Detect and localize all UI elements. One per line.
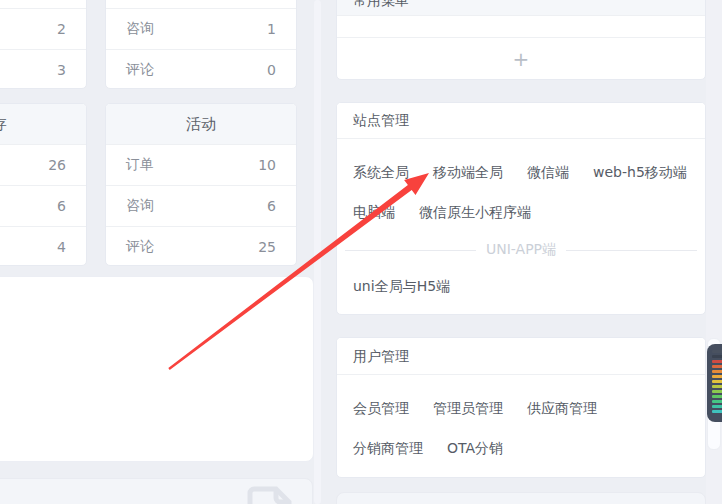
color-stripe [712, 380, 722, 383]
table-row: 咨询 1 [106, 8, 296, 49]
table-row: 评论 0 [106, 49, 296, 89]
color-stripe [712, 375, 722, 378]
link-system-global[interactable]: 系统全局 [353, 164, 409, 182]
table-row [106, 0, 296, 8]
dashboard-page: { "colors": { "page_bg": "#edeff4", "acc… [0, 0, 722, 504]
divider-line [566, 250, 697, 251]
bottom-left-panel [0, 478, 313, 504]
panel-title: 用户管理 [353, 348, 409, 364]
user-management-panel: 用户管理 会员管理 管理员管理 供应商管理 分销商管理 OTA分销 [336, 337, 706, 478]
stat-table-left-bottom: 存 26 6 4 [0, 103, 87, 266]
stat-label: 评论 [126, 238, 154, 256]
link-web-h5-mobile[interactable]: web-h5移动端 [593, 164, 687, 182]
document-icon [247, 482, 295, 504]
add-menu-button[interactable]: + [337, 37, 705, 79]
link-distributor-management[interactable]: 分销商管理 [353, 440, 423, 458]
panel-title: 常用菜单 [353, 0, 409, 8]
color-stripe [712, 410, 722, 413]
stat-value: 10 [258, 157, 276, 173]
stat-table-header: 活动 [106, 104, 296, 145]
next-panel-sliver [336, 492, 706, 504]
color-stripe [712, 360, 722, 363]
stat-value: 25 [258, 239, 276, 255]
left-scrollbar-track[interactable] [314, 0, 321, 504]
site-links-row-3: uni全局与H5端 [353, 267, 689, 307]
table-row: 咨询 6 [106, 185, 296, 226]
link-wechat[interactable]: 微信端 [527, 164, 569, 182]
color-stripe [712, 390, 722, 393]
stat-table-left-top: 2 3 [0, 0, 87, 89]
stat-table-header: 存 [0, 104, 86, 145]
panel-header: 用户管理 [337, 338, 705, 375]
stat-label: 咨询 [126, 197, 154, 215]
site-management-panel: 站点管理 系统全局 移动端全局 微信端 web-h5移动端 电脑端 微信原生小程… [336, 102, 706, 315]
link-ota-distribution[interactable]: OTA分销 [447, 440, 503, 458]
uniapp-divider: UNI-APP端 [345, 233, 697, 267]
color-stripe [712, 365, 722, 368]
empty-content-panel [0, 276, 314, 462]
link-member-management[interactable]: 会员管理 [353, 400, 409, 418]
table-row: 订单 10 [106, 145, 296, 185]
stat-value: 1 [267, 21, 276, 37]
table-row: 26 [0, 145, 86, 185]
stat-value: 0 [267, 62, 276, 78]
stat-table-header-text: 活动 [186, 115, 216, 134]
user-links-row-1: 会员管理 管理员管理 供应商管理 [353, 389, 689, 429]
stat-value: 4 [57, 239, 66, 255]
link-admin-management[interactable]: 管理员管理 [433, 400, 503, 418]
table-row: 评论 25 [106, 226, 296, 266]
link-wechat-miniprogram[interactable]: 微信原生小程序端 [419, 204, 531, 222]
panel-title: 站点管理 [353, 112, 409, 128]
user-links: 会员管理 管理员管理 供应商管理 分销商管理 OTA分销 [337, 375, 705, 469]
link-mobile-global[interactable]: 移动端全局 [433, 164, 503, 182]
stat-value: 2 [57, 21, 66, 37]
link-pc[interactable]: 电脑端 [353, 204, 395, 222]
stat-value: 3 [57, 62, 66, 78]
stat-value: 26 [48, 157, 66, 173]
table-row: 4 [0, 226, 86, 266]
stat-label: 评论 [126, 61, 154, 79]
panel-header: 站点管理 [337, 103, 705, 139]
stat-value: 6 [57, 198, 66, 214]
link-uni-global-h5[interactable]: uni全局与H5端 [353, 278, 450, 296]
table-row: 3 [0, 49, 86, 89]
table-row: 6 [0, 185, 86, 226]
table-row: 2 [0, 8, 86, 49]
panel-header: 常用菜单 [337, 0, 705, 16]
color-stripe [712, 400, 722, 403]
site-links-row-2: 电脑端 微信原生小程序端 [353, 193, 689, 233]
link-supplier-management[interactable]: 供应商管理 [527, 400, 597, 418]
stat-label: 咨询 [126, 20, 154, 38]
color-stripe [712, 370, 722, 373]
stat-table-header-text: 存 [0, 115, 7, 134]
divider-line [345, 250, 476, 251]
quick-menu-panel: 常用菜单 + [336, 0, 706, 80]
user-links-row-2: 分销商管理 OTA分销 [353, 429, 689, 469]
color-stripe [712, 385, 722, 388]
plus-icon: + [513, 47, 530, 71]
site-links-row-1: 系统全局 移动端全局 微信端 web-h5移动端 [353, 153, 689, 193]
color-palette-widget[interactable] [707, 344, 722, 422]
site-links: 系统全局 移动端全局 微信端 web-h5移动端 电脑端 微信原生小程序端 UN… [337, 139, 705, 307]
color-stripe [712, 355, 722, 358]
stat-value: 6 [267, 198, 276, 214]
divider-label: UNI-APP端 [486, 241, 556, 259]
stat-table-mid-top: 咨询 1 评论 0 [105, 0, 297, 89]
stat-label: 订单 [126, 156, 154, 174]
color-stripe [712, 350, 722, 353]
color-stripe [712, 405, 722, 408]
table-row [0, 0, 86, 8]
color-stripe [712, 395, 722, 398]
stat-table-activity: 活动 订单 10 咨询 6 评论 25 [105, 103, 297, 266]
